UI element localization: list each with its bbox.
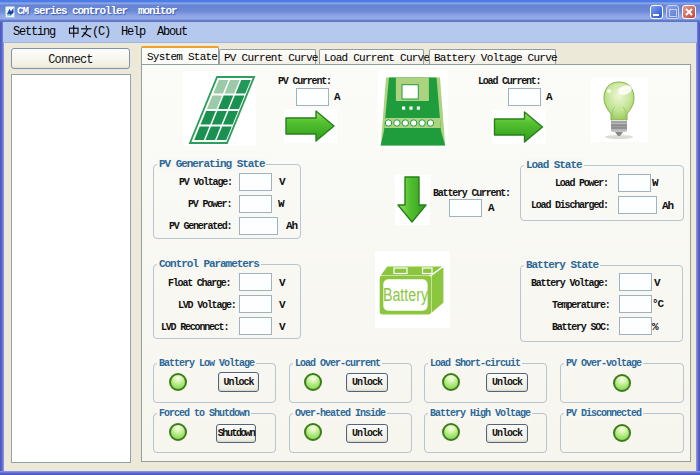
svg-text:Battery: Battery	[383, 285, 428, 305]
